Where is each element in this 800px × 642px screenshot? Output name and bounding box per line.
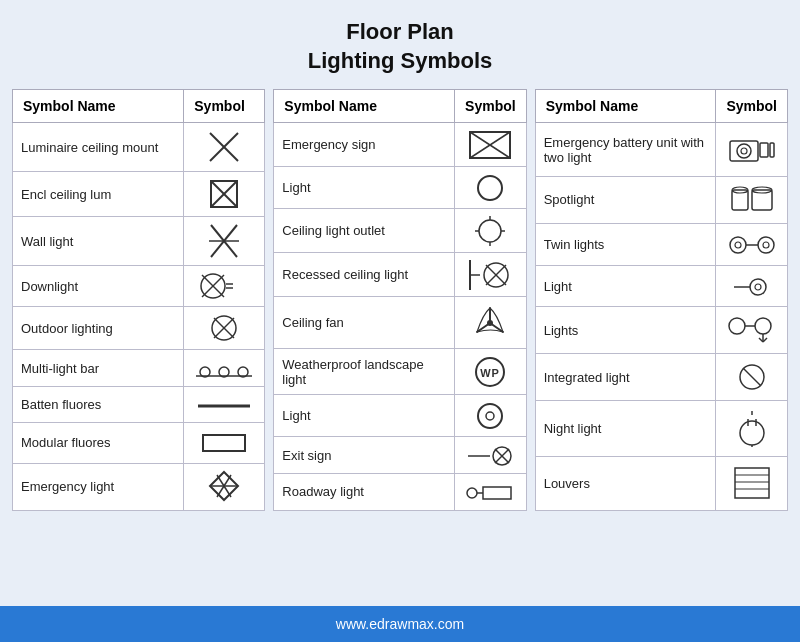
symbol-icon xyxy=(455,167,527,209)
symbol-name: Batten fluores xyxy=(13,386,184,422)
symbol-name: Recessed ceiling light xyxy=(274,253,455,297)
svg-point-29 xyxy=(478,176,502,200)
svg-rect-21 xyxy=(203,435,245,451)
table-row: Integrated light xyxy=(535,354,787,401)
symbol-icon xyxy=(716,265,788,306)
symbol-icon xyxy=(716,354,788,401)
symbol-name: Emergency light xyxy=(13,463,184,510)
symbol-icon xyxy=(184,307,265,350)
table-row: Multi-light bar xyxy=(13,350,265,387)
table-row: Weatherproof landscape light WP xyxy=(274,349,526,395)
symbol-name: Weatherproof landscape light xyxy=(274,349,455,395)
svg-rect-54 xyxy=(483,487,511,499)
table-row: Light xyxy=(535,265,787,306)
symbol-icon xyxy=(716,307,788,354)
symbol-name: Ceiling fan xyxy=(274,297,455,349)
symbol-name: Emergency sign xyxy=(274,123,455,167)
symbol-name: Light xyxy=(535,265,716,306)
symbol-icon xyxy=(716,223,788,265)
table-row: Light xyxy=(274,395,526,437)
svg-rect-58 xyxy=(760,143,768,157)
symbol-name: Downlight xyxy=(13,266,184,307)
table-row: Twin lights xyxy=(535,223,787,265)
svg-point-65 xyxy=(735,242,741,248)
symbol-icon xyxy=(184,172,265,217)
symbol-name: Roadway light xyxy=(274,474,455,511)
svg-point-43 xyxy=(487,320,493,326)
table-row: Modular fluores xyxy=(13,422,265,463)
table-row: Downlight xyxy=(13,266,265,307)
svg-point-52 xyxy=(467,488,477,498)
svg-point-80 xyxy=(740,421,764,445)
table-2: Symbol Name Symbol Emergency sign Light xyxy=(273,89,526,511)
svg-point-68 xyxy=(763,242,769,248)
symbol-icon xyxy=(716,123,788,177)
tables-wrapper: Symbol Name Symbol Luminaire ceiling mou… xyxy=(0,89,800,519)
svg-rect-59 xyxy=(770,143,774,157)
svg-rect-85 xyxy=(735,468,769,498)
symbol-name: Light xyxy=(274,167,455,209)
symbol-icon xyxy=(184,386,265,422)
symbol-icon xyxy=(455,123,527,167)
symbol-icon xyxy=(716,400,788,456)
table-row: Luminaire ceiling mount xyxy=(13,123,265,172)
svg-point-74 xyxy=(755,318,771,334)
symbol-name: Lights xyxy=(535,307,716,354)
svg-point-46 xyxy=(478,404,502,428)
svg-point-57 xyxy=(741,148,747,154)
symbol-icon xyxy=(184,463,265,510)
symbol-icon xyxy=(184,123,265,172)
svg-point-67 xyxy=(758,237,774,253)
table-row: Encl ceiling lum xyxy=(13,172,265,217)
symbol-icon xyxy=(184,350,265,387)
symbol-icon xyxy=(455,297,527,349)
symbol-name: Emergency battery unit with two light xyxy=(535,123,716,177)
symbol-name: Spotlight xyxy=(535,176,716,223)
table-row: Spotlight xyxy=(535,176,787,223)
table-row: Recessed ceiling light xyxy=(274,253,526,297)
table-row: Batten fluores xyxy=(13,386,265,422)
symbol-icon xyxy=(455,474,527,511)
symbol-icon xyxy=(455,395,527,437)
page-title: Floor Plan Lighting Symbols xyxy=(308,0,493,89)
table-row: Night light xyxy=(535,400,787,456)
svg-point-30 xyxy=(479,220,501,242)
symbol-name: Modular fluores xyxy=(13,422,184,463)
svg-point-70 xyxy=(755,284,761,290)
symbol-name: Luminaire ceiling mount xyxy=(13,123,184,172)
table-row: Roadway light xyxy=(274,474,526,511)
symbol-icon xyxy=(716,176,788,223)
table-3: Symbol Name Symbol Emergency battery uni… xyxy=(535,89,788,511)
table-row: Lights xyxy=(535,307,787,354)
table-row: Ceiling fan xyxy=(274,297,526,349)
svg-point-47 xyxy=(486,412,494,420)
svg-point-69 xyxy=(750,279,766,295)
symbol-icon: WP xyxy=(455,349,527,395)
col-header-name-3: Symbol Name xyxy=(535,90,716,123)
table-row: Emergency battery unit with two light xyxy=(535,123,787,177)
svg-point-72 xyxy=(729,318,745,334)
symbol-name: Encl ceiling lum xyxy=(13,172,184,217)
svg-point-64 xyxy=(730,237,746,253)
table-row: Louvers xyxy=(535,457,787,511)
symbol-icon xyxy=(184,217,265,266)
col-header-sym-3: Symbol xyxy=(716,90,788,123)
table-row: Ceiling light outlet xyxy=(274,209,526,253)
svg-point-56 xyxy=(737,144,751,158)
symbol-icon xyxy=(455,209,527,253)
table-row: Exit sign xyxy=(274,437,526,474)
svg-text:WP: WP xyxy=(480,367,500,379)
symbol-name: Light xyxy=(274,395,455,437)
svg-line-79 xyxy=(743,368,761,386)
symbol-name: Exit sign xyxy=(274,437,455,474)
col-header-sym-2: Symbol xyxy=(455,90,527,123)
symbol-icon xyxy=(455,253,527,297)
symbol-name: Wall light xyxy=(13,217,184,266)
symbol-name: Integrated light xyxy=(535,354,716,401)
symbol-icon xyxy=(184,422,265,463)
table-row: Light xyxy=(274,167,526,209)
symbol-name: Outdoor lighting xyxy=(13,307,184,350)
table-row: Emergency light xyxy=(13,463,265,510)
symbol-icon xyxy=(716,457,788,511)
table-row: Outdoor lighting xyxy=(13,307,265,350)
